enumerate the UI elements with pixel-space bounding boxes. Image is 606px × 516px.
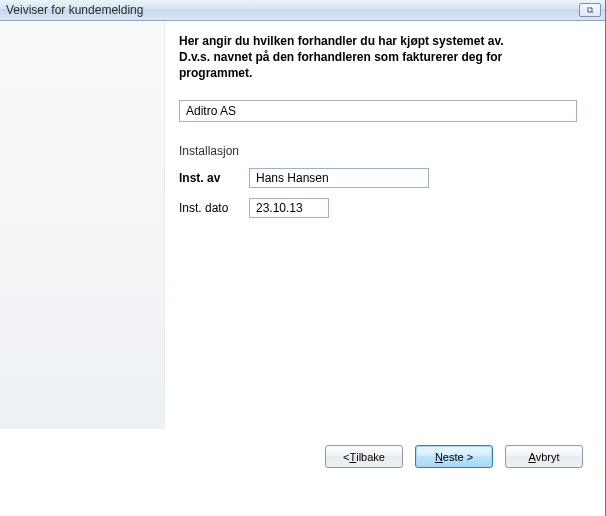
install-date-label: Inst. dato [179,201,249,215]
wizard-button-row: < Tilbake Neste > Avbryt [325,445,583,468]
installed-by-label: Inst. av [179,171,249,185]
close-button[interactable]: ⧉ [579,3,601,17]
next-mnemonic: N [435,451,443,463]
next-rest: este > [443,451,473,463]
button-divider [4,429,601,430]
back-mnemonic: T [349,451,356,463]
installed-by-row: Inst. av [179,168,585,188]
close-icon: ⧉ [587,6,593,15]
cancel-button[interactable]: Avbryt [505,445,583,468]
back-rest: ilbake [356,451,385,463]
wizard-side-panel [0,21,165,429]
installation-section-label: Installasjon [179,144,585,158]
wizard-window: Veiviser for kundemelding ⧉ Her angir du… [0,0,606,516]
window-title: Veiviser for kundemelding [6,3,579,17]
install-date-input[interactable] [249,198,329,218]
cancel-mnemonic: A [528,451,535,463]
wizard-main-panel: Her angir du hvilken forhandler du har k… [165,21,605,429]
install-date-row: Inst. dato [179,198,585,218]
next-button[interactable]: Neste > [415,445,493,468]
wizard-body: Her angir du hvilken forhandler du har k… [0,21,605,429]
back-button[interactable]: < Tilbake [325,445,403,468]
dealer-name-input[interactable] [179,100,577,122]
installed-by-input[interactable] [249,168,429,188]
intro-text: Her angir du hvilken forhandler du har k… [179,33,509,82]
cancel-rest: vbryt [536,451,560,463]
titlebar: Veiviser for kundemelding ⧉ [0,0,605,21]
